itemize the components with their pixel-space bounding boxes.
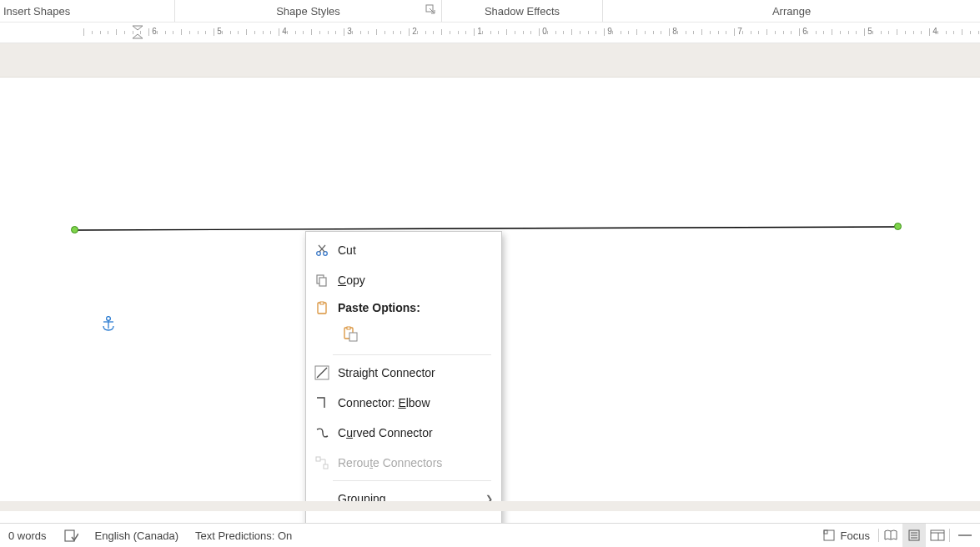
menu-item-curved-connector[interactable]: Curved Connector xyxy=(306,418,501,448)
selection-handle-end[interactable] xyxy=(894,223,902,230)
svg-point-5 xyxy=(317,252,321,256)
ribbon-group-shape-styles[interactable]: Shape Styles xyxy=(175,0,442,22)
status-bar: 0 words English (Canada) Text Prediction… xyxy=(0,523,980,547)
document-canvas[interactable]: Cut Copy Paste Options: Straight Connect… xyxy=(0,78,980,511)
zoom-out[interactable] xyxy=(950,524,980,547)
status-language[interactable]: English (Canada) xyxy=(87,524,187,547)
menu-label: Connector: Elbow xyxy=(338,396,493,409)
ribbon-group-label: Shadow Effects xyxy=(485,5,560,18)
svg-line-1 xyxy=(76,227,898,230)
svg-rect-10 xyxy=(319,278,326,286)
print-layout-icon xyxy=(907,529,921,542)
svg-rect-28 xyxy=(931,530,944,540)
read-mode-icon xyxy=(883,529,898,542)
svg-rect-23 xyxy=(824,530,827,534)
paste-options-row xyxy=(306,320,501,352)
copy-icon xyxy=(314,274,329,287)
cut-icon xyxy=(314,243,329,257)
menu-item-straight-connector[interactable]: Straight Connector xyxy=(306,358,501,388)
page-margin-area xyxy=(0,43,980,78)
reroute-icon xyxy=(314,455,329,470)
ribbon-group-arrange[interactable]: Arrange xyxy=(603,0,980,22)
status-text-predictions[interactable]: Text Predictions: On xyxy=(187,524,300,547)
menu-item-cut[interactable]: Cut xyxy=(306,235,501,265)
svg-rect-14 xyxy=(347,327,350,329)
svg-point-6 xyxy=(324,252,328,256)
object-anchor-icon xyxy=(101,316,116,333)
menu-item-elbow-connector[interactable]: Connector: Elbow xyxy=(306,388,501,418)
menu-label: Reroute Connectors xyxy=(338,456,493,469)
status-spellcheck[interactable] xyxy=(55,524,87,547)
status-focus-mode[interactable]: Focus xyxy=(814,524,878,547)
menu-label: Curved Connector xyxy=(338,426,493,439)
paste-icon xyxy=(314,301,329,314)
ribbon-group-shadow-effects[interactable]: Shadow Effects xyxy=(442,0,603,22)
view-print-layout[interactable] xyxy=(902,524,926,547)
ribbon-group-insert-shapes[interactable]: Insert Shapes xyxy=(0,0,175,22)
horizontal-ruler[interactable]: 6 5 4 3 2 1 0 9 8 7 6 5 4 xyxy=(0,23,980,43)
ribbon-group-labels: Insert Shapes Shape Styles Shadow Effect… xyxy=(0,0,980,23)
svg-line-8 xyxy=(319,245,324,252)
svg-rect-18 xyxy=(316,457,320,461)
straight-connector-icon xyxy=(314,365,329,380)
menu-label: Straight Connector xyxy=(338,366,493,379)
menu-separator xyxy=(333,480,491,481)
status-word-count[interactable]: 0 words xyxy=(0,524,55,547)
selection-handle-start[interactable] xyxy=(71,226,78,233)
menu-separator xyxy=(333,354,491,355)
svg-rect-19 xyxy=(324,464,328,469)
ribbon-group-label: Shape Styles xyxy=(276,5,340,18)
curved-connector-icon xyxy=(314,425,329,440)
svg-rect-15 xyxy=(349,333,357,341)
menu-item-reroute-connectors: Reroute Connectors xyxy=(306,448,501,478)
svg-rect-22 xyxy=(824,530,834,540)
view-web-layout[interactable] xyxy=(926,524,949,547)
svg-line-17 xyxy=(317,368,327,378)
ribbon-group-label: Arrange xyxy=(772,5,811,18)
page-bottom-margin xyxy=(0,501,980,511)
menu-item-copy[interactable]: Copy xyxy=(306,265,501,295)
dialog-launcher-icon[interactable] xyxy=(425,4,436,15)
paste-keep-source-button[interactable] xyxy=(338,322,363,347)
svg-line-7 xyxy=(319,245,325,252)
context-menu: Cut Copy Paste Options: Straight Connect… xyxy=(305,231,502,547)
ribbon-group-label: Insert Shapes xyxy=(3,5,70,18)
svg-rect-12 xyxy=(320,302,324,304)
focus-icon xyxy=(822,529,836,542)
menu-header-paste-options: Paste Options: xyxy=(306,295,501,320)
menu-label: Paste Options: xyxy=(338,301,493,314)
menu-label: Cut xyxy=(338,243,493,257)
view-read-mode[interactable] xyxy=(879,524,902,547)
web-layout-icon xyxy=(930,529,945,542)
menu-label: Copy xyxy=(338,274,493,287)
svg-point-2 xyxy=(107,317,111,321)
elbow-connector-icon xyxy=(314,395,329,410)
spellcheck-icon xyxy=(63,528,78,543)
minus-icon xyxy=(957,534,973,537)
